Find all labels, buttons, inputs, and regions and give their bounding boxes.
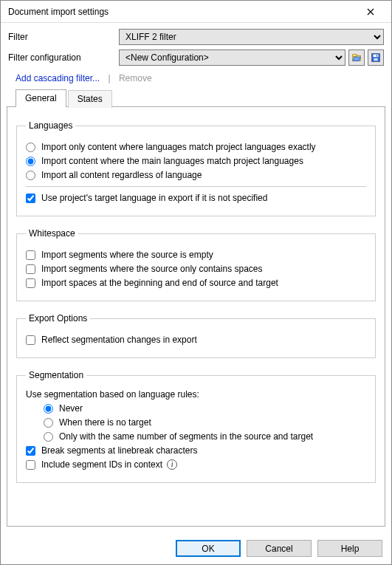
add-cascading-filter-link[interactable]: Add cascading filter... xyxy=(16,73,100,83)
whitespace-legend: Whitespace xyxy=(26,228,78,239)
segmentation-legend: Segmentation xyxy=(26,370,86,380)
seg-include-ids-label: Include segment IDs in context xyxy=(41,459,162,470)
ws-only-spaces-checkbox[interactable] xyxy=(26,264,35,274)
save-icon xyxy=(371,52,381,63)
filter-label: Filter xyxy=(8,32,119,42)
ws-edge-spaces-checkbox[interactable] xyxy=(26,278,35,288)
whitespace-group: Whitespace Import segments where the sou… xyxy=(16,228,376,301)
use-project-target-lang-label: Use project's target language in export … xyxy=(41,193,267,203)
seg-radio-never-label: Never xyxy=(59,403,83,414)
ws-only-spaces-label: Import segments where the source only co… xyxy=(41,264,262,274)
languages-radio-main-label: Import content where the main languages … xyxy=(41,156,303,166)
seg-radio-no-target[interactable] xyxy=(44,418,53,428)
segmentation-intro: Use segmentation based on language rules… xyxy=(26,389,366,400)
seg-include-ids-checkbox[interactable] xyxy=(26,460,35,470)
languages-radio-main[interactable] xyxy=(26,157,35,166)
ok-button[interactable]: OK xyxy=(176,540,241,557)
link-separator: | xyxy=(108,73,110,83)
seg-radio-no-target-label: When there is no target xyxy=(59,417,151,428)
tab-general[interactable]: General xyxy=(16,89,66,107)
seg-radio-same-count-label: Only with the same number of segments in… xyxy=(59,431,313,442)
filter-select[interactable]: XLIFF 2 filter xyxy=(119,29,384,45)
svg-rect-5 xyxy=(376,55,377,57)
languages-radio-all-label: Import all content regardless of languag… xyxy=(41,170,202,180)
languages-radio-exact-label: Import only content where languages matc… xyxy=(41,142,316,152)
seg-radio-same-count[interactable] xyxy=(44,432,53,442)
languages-group: Languages Import only content where lang… xyxy=(16,120,376,216)
seg-break-linebreak-label: Break segments at linebreak characters xyxy=(41,445,197,456)
languages-legend: Languages xyxy=(26,120,75,131)
tab-panel-general: Languages Import only content where lang… xyxy=(7,107,385,527)
open-config-button[interactable] xyxy=(348,49,365,66)
close-icon xyxy=(367,8,374,16)
use-project-target-lang-checkbox[interactable] xyxy=(26,194,35,203)
svg-rect-3 xyxy=(374,55,379,58)
window-title: Document import settings xyxy=(8,7,356,17)
export-legend: Export Options xyxy=(26,313,90,323)
dialog-button-bar: OK Cancel Help xyxy=(1,533,391,564)
info-icon[interactable]: i xyxy=(167,459,177,470)
cancel-button[interactable]: Cancel xyxy=(247,540,312,557)
tab-states[interactable]: States xyxy=(68,90,112,108)
save-config-button[interactable] xyxy=(368,49,384,66)
help-button[interactable]: Help xyxy=(317,540,382,557)
seg-break-linebreak-checkbox[interactable] xyxy=(26,446,35,456)
remove-filter-link: Remove xyxy=(119,73,152,83)
svg-rect-4 xyxy=(374,58,377,61)
export-reflect-seg-checkbox[interactable] xyxy=(26,335,35,345)
svg-rect-1 xyxy=(353,55,357,57)
filter-config-label: Filter configuration xyxy=(8,52,119,63)
segmentation-group: Segmentation Use segmentation based on l… xyxy=(16,370,376,483)
languages-radio-all[interactable] xyxy=(26,171,35,180)
ws-empty-source-label: Import segments where the source is empt… xyxy=(41,250,213,260)
ws-edge-spaces-label: Import spaces at the beginning and end o… xyxy=(41,278,278,288)
close-button[interactable] xyxy=(356,1,385,23)
languages-radio-exact[interactable] xyxy=(26,143,35,152)
filter-config-select[interactable]: <New Configuration> xyxy=(119,49,345,66)
export-reflect-seg-label: Reflect segmentation changes in export xyxy=(41,335,197,345)
folder-open-icon xyxy=(351,52,362,63)
export-group: Export Options Reflect segmentation chan… xyxy=(16,313,376,358)
seg-radio-never[interactable] xyxy=(44,404,53,414)
ws-empty-source-checkbox[interactable] xyxy=(26,250,35,260)
